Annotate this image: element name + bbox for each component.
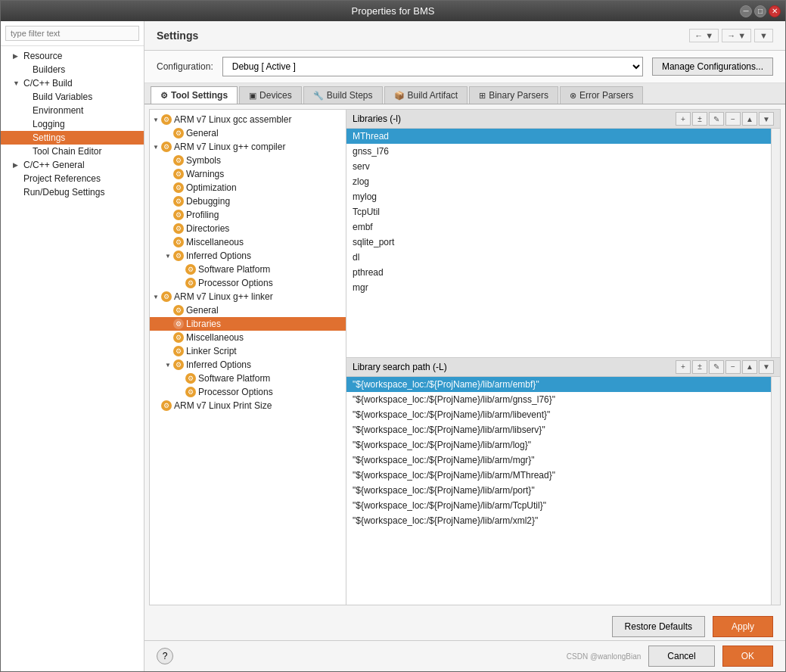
ltree-arm-assembler[interactable]: ▼ ⚙ ARM v7 Linux gcc assembler — [150, 113, 346, 126]
ltree-processor-options-1[interactable]: ⚙ Processor Options — [150, 276, 346, 290]
library-item-sqlite[interactable]: sqlite_port — [346, 235, 771, 250]
ltree-inferred-options-1[interactable]: ▼ ⚙ Inferred Options — [150, 249, 346, 263]
help-button[interactable]: ? — [157, 648, 173, 664]
ltree-symbols[interactable]: ⚙ Symbols — [150, 154, 346, 167]
ltree-gpp-linker[interactable]: ▼ ⚙ ARM v7 Linux g++ linker — [150, 290, 346, 303]
path-item-9[interactable]: "${workspace_loc:/${ProjName}/lib/arm/Tc… — [346, 498, 771, 513]
library-item-mylog[interactable]: mylog — [346, 189, 771, 204]
sidebar-item-tool-chain-editor[interactable]: Tool Chain Editor — [1, 145, 144, 158]
minimize-button[interactable]: ─ — [740, 5, 752, 17]
ltree-label: Processor Options — [198, 278, 273, 288]
library-item-pthread[interactable]: pthread — [346, 265, 771, 280]
path-item-7[interactable]: "${workspace_loc:/${ProjName}/lib/arm/MT… — [346, 468, 771, 483]
libraries-scrollbar[interactable] — [771, 129, 780, 357]
ltree-label: ARM v7 Linux g++ compiler — [174, 142, 285, 152]
restore-defaults-button[interactable]: Restore Defaults — [612, 616, 705, 637]
ltree-label: Inferred Options — [186, 359, 251, 370]
sidebar-item-logging[interactable]: Logging — [1, 117, 144, 131]
path-item-6[interactable]: "${workspace_loc:/${ProjName}/lib/arm/mg… — [346, 453, 771, 468]
library-item-gnss[interactable]: gnss_l76 — [346, 144, 771, 159]
ltree-profiling[interactable]: ⚙ Profiling — [150, 208, 346, 222]
edit-library-button[interactable]: ✎ — [709, 112, 724, 126]
sidebar-item-project-references[interactable]: Project References — [1, 172, 144, 185]
sidebar-tree: ▶ Resource Builders ▼ C/C++ Build Build … — [1, 46, 144, 671]
ltree-label: ARM v7 Linux Print Size — [174, 400, 272, 411]
sidebar-item-label: Settings — [33, 132, 65, 143]
sidebar-item-build-variables[interactable]: Build Variables — [1, 90, 144, 104]
nav-arrows: ← ▼ → ▼ ▼ — [689, 29, 773, 42]
ok-button[interactable]: OK — [722, 646, 773, 667]
path-item-8[interactable]: "${workspace_loc:/${ProjName}/lib/arm/po… — [346, 483, 771, 498]
library-item-tcputil[interactable]: TcpUtil — [346, 204, 771, 219]
move-down-path-button[interactable]: ▼ — [759, 360, 774, 374]
ltree-print-size[interactable]: ⚙ ARM v7 Linux Print Size — [150, 399, 346, 412]
library-item-dl[interactable]: dl — [346, 250, 771, 265]
tab-binary-parsers[interactable]: ⊞ Binary Parsers — [469, 86, 558, 104]
sidebar-item-builders[interactable]: Builders — [1, 63, 144, 76]
add-variable-path-button[interactable]: ± — [692, 360, 707, 374]
ltree-miscellaneous[interactable]: ⚙ Miscellaneous — [150, 235, 346, 249]
ltree-software-platform-2[interactable]: ⚙ Software Platform — [150, 372, 346, 385]
sidebar-item-run-debug[interactable]: Run/Debug Settings — [1, 185, 144, 199]
sidebar-item-settings[interactable]: Settings — [1, 131, 144, 145]
ltree-software-platform-1[interactable]: ⚙ Software Platform — [150, 263, 346, 276]
sidebar-item-resource[interactable]: ▶ Resource — [1, 49, 144, 63]
add-variable-library-button[interactable]: ± — [692, 112, 707, 126]
add-library-button[interactable]: + — [676, 112, 691, 126]
nav-forward-button[interactable]: → ▼ — [722, 29, 751, 42]
ltree-optimization[interactable]: ⚙ Optimization — [150, 181, 346, 194]
nav-back-button[interactable]: ← ▼ — [689, 29, 719, 42]
nav-menu-button[interactable]: ▼ — [754, 29, 773, 42]
library-item-embf[interactable]: embf — [346, 219, 771, 235]
ltree-libraries[interactable]: ⚙ Libraries — [150, 317, 346, 331]
remove-library-button[interactable]: − — [725, 112, 741, 126]
library-item-serv[interactable]: serv — [346, 159, 771, 174]
ltree-debugging[interactable]: ⚙ Debugging — [150, 194, 346, 208]
path-item-10[interactable]: "${workspace_loc:/${ProjName}/lib/arm/xm… — [346, 513, 771, 528]
tab-build-artifact[interactable]: 📦 Build Artifact — [384, 86, 468, 104]
ltree-gpp-compiler[interactable]: ▼ ⚙ ARM v7 Linux g++ compiler — [150, 140, 346, 154]
split-area: ▼ ⚙ ARM v7 Linux gcc assembler ⚙ General… — [149, 109, 781, 605]
tab-error-parsers[interactable]: ⊗ Error Parsers — [560, 86, 643, 104]
move-up-library-button[interactable]: ▲ — [742, 112, 757, 126]
cancel-button[interactable]: Cancel — [648, 646, 714, 667]
add-path-button[interactable]: + — [676, 360, 691, 374]
move-up-path-button[interactable]: ▲ — [742, 360, 757, 374]
ltree-label: General — [186, 128, 219, 138]
sidebar-item-environment[interactable]: Environment — [1, 104, 144, 117]
tab-tool-settings[interactable]: ⚙ Tool Settings — [151, 86, 238, 104]
close-button[interactable]: ✕ — [769, 5, 781, 17]
library-item-zlog[interactable]: zlog — [346, 174, 771, 189]
path-item-5[interactable]: "${workspace_loc:/${ProjName}/lib/arm/lo… — [346, 437, 771, 453]
sidebar-item-cpp-general[interactable]: ▶ C/C++ General — [1, 158, 144, 172]
ltree-warnings[interactable]: ⚙ Warnings — [150, 167, 346, 181]
config-select[interactable]: Debug [ Active ] — [222, 57, 643, 76]
edit-path-button[interactable]: ✎ — [709, 360, 724, 374]
settings-title: Settings — [157, 30, 198, 42]
ltree-label: ARM v7 Linux g++ linker — [174, 291, 273, 302]
library-item-mgr[interactable]: mgr — [346, 280, 771, 295]
manage-configurations-button[interactable]: Manage Configurations... — [652, 58, 773, 76]
move-down-library-button[interactable]: ▼ — [759, 112, 774, 126]
ltree-inferred-options-2[interactable]: ▼ ⚙ Inferred Options — [150, 358, 346, 372]
maximize-button[interactable]: □ — [754, 5, 766, 17]
ltree-processor-options-2[interactable]: ⚙ Processor Options — [150, 385, 346, 399]
path-item-4[interactable]: "${workspace_loc:/${ProjName}/lib/arm/li… — [346, 422, 771, 437]
ltree-linker-script[interactable]: ⚙ Linker Script — [150, 344, 346, 358]
remove-path-button[interactable]: − — [725, 360, 741, 374]
search-input[interactable] — [5, 26, 139, 41]
path-item-3[interactable]: "${workspace_loc:/${ProjName}/lib/arm/li… — [346, 407, 771, 422]
ltree-linker-general[interactable]: ⚙ General — [150, 303, 346, 317]
library-search-scrollbar[interactable] — [771, 377, 780, 605]
ltree-linker-misc[interactable]: ⚙ Miscellaneous — [150, 331, 346, 344]
ltree-assembler-general[interactable]: ⚙ General — [150, 126, 346, 140]
ltree-label: Inferred Options — [186, 250, 251, 261]
path-item-1[interactable]: "${workspace_loc:/${ProjName}/lib/arm/em… — [346, 377, 771, 392]
tab-devices[interactable]: ▣ Devices — [239, 86, 302, 104]
sidebar-item-cpp-build[interactable]: ▼ C/C++ Build — [1, 76, 144, 90]
tab-build-steps[interactable]: 🔧 Build Steps — [303, 86, 383, 104]
library-item-mthread[interactable]: MThread — [346, 129, 771, 144]
apply-button[interactable]: Apply — [713, 616, 773, 637]
path-item-2[interactable]: "${workspace_loc:/${ProjName}/lib/arm/gn… — [346, 392, 771, 407]
ltree-directories[interactable]: ⚙ Directories — [150, 222, 346, 235]
